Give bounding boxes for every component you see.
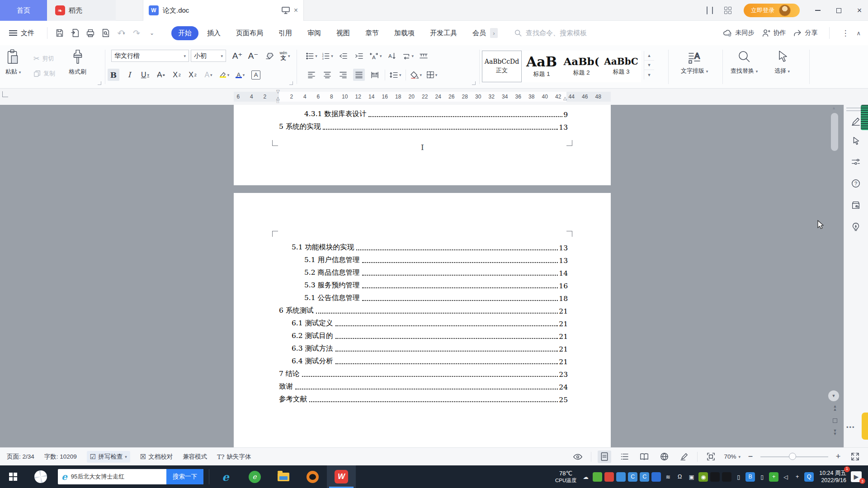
tab-docer[interactable]: ❧ 稻壳 bbox=[47, 0, 116, 21]
page-2[interactable]: 4.3.1 数据库表设计 9 5 系统的实现 13 I bbox=[234, 105, 611, 185]
taskbar-clock[interactable]: 1 10:24 周五 2022/9/16 bbox=[819, 469, 846, 484]
print-preview-button[interactable] bbox=[98, 25, 113, 41]
previous-page-button[interactable]: ▲▲ bbox=[831, 405, 839, 411]
character-shading-button[interactable]: A▾ bbox=[203, 69, 214, 81]
more-menu-icon[interactable]: ⋮ bbox=[841, 28, 849, 38]
font-name-select[interactable]: 华文行楷▾ bbox=[111, 50, 189, 62]
tray-icon[interactable]: C bbox=[628, 472, 637, 482]
compatibility-mode[interactable]: 兼容模式 bbox=[183, 453, 207, 461]
find-replace-button[interactable]: 查找替换 ▾ bbox=[731, 49, 758, 75]
cut-button[interactable]: ✂剪切 bbox=[33, 54, 54, 63]
eye-protect-icon[interactable] bbox=[571, 450, 585, 463]
left-indent-marker[interactable]: □ bbox=[277, 100, 279, 104]
taskbar-search-box[interactable]: e 95后北大女博士走红 搜索一下 bbox=[58, 469, 203, 484]
select-browse-object-button[interactable] bbox=[833, 418, 837, 423]
tray-icon[interactable] bbox=[651, 472, 661, 482]
ink-mode-icon[interactable] bbox=[677, 450, 691, 463]
clipboard-dialog-launcher[interactable] bbox=[98, 81, 101, 85]
paste-button[interactable]: 粘贴 ▾ bbox=[5, 49, 21, 76]
read-mode-icon[interactable] bbox=[637, 450, 651, 463]
tab-document[interactable]: W 论文.doc × bbox=[143, 0, 304, 21]
font-dialog-launcher[interactable] bbox=[289, 81, 293, 85]
tray-icon[interactable] bbox=[604, 472, 614, 482]
document-proofing[interactable]: ☒文档校对 bbox=[140, 453, 173, 461]
tab-home[interactable]: 首页 bbox=[0, 0, 47, 21]
login-button[interactable]: 立即登录 bbox=[744, 4, 800, 17]
promo-tab[interactable] bbox=[862, 413, 868, 440]
spell-check-toggle[interactable]: ☑拼写检查▾ bbox=[87, 451, 130, 463]
toc-entry[interactable]: 6.3 测试方法 21 bbox=[279, 342, 568, 355]
page-3[interactable]: 5.1 功能模块的实现 13 5.1 用户信息管理 13 5.2 商品信息管理 … bbox=[234, 193, 611, 447]
tray-icon[interactable]: ≋ bbox=[663, 472, 673, 482]
style-preset[interactable]: AaBbC 标题 3 bbox=[601, 51, 641, 82]
window-grid-icon[interactable] bbox=[724, 7, 731, 14]
bold-button[interactable]: B bbox=[108, 69, 119, 81]
toc-entry[interactable]: 7 结论 23 bbox=[279, 367, 568, 380]
tray-icon[interactable]: + bbox=[769, 472, 778, 482]
next-page-button[interactable]: ▼▼ bbox=[831, 429, 839, 436]
format-painter-button[interactable]: 格式刷 bbox=[69, 49, 86, 76]
scroll-up-icon[interactable]: ▲ bbox=[832, 106, 836, 110]
redo-button[interactable]: ↷ bbox=[129, 25, 144, 41]
first-line-indent-marker[interactable]: ▽ bbox=[276, 89, 280, 94]
ribbon-tab[interactable]: 开始 bbox=[171, 26, 198, 40]
export-button[interactable] bbox=[67, 25, 83, 41]
split-view-icon[interactable] bbox=[707, 7, 708, 14]
tray-icon[interactable]: + bbox=[793, 472, 802, 482]
document-minimap[interactable] bbox=[861, 105, 868, 130]
distribute-button[interactable] bbox=[369, 69, 381, 81]
maximize-button[interactable] bbox=[833, 5, 844, 15]
missing-font[interactable]: T?缺失字体 bbox=[217, 453, 251, 461]
toc-entry[interactable]: 6 系统测试 21 bbox=[279, 304, 568, 317]
taskbar-green-browser[interactable]: e bbox=[240, 465, 269, 488]
ribbon-tab[interactable]: 引用 bbox=[272, 26, 299, 40]
highlight-color-button[interactable]: ▾ bbox=[218, 69, 230, 81]
help-icon[interactable]: ? bbox=[850, 178, 861, 189]
file-menu[interactable]: 文件 bbox=[0, 29, 42, 38]
notification-center-icon[interactable]: ▶3 bbox=[851, 471, 862, 482]
command-search[interactable]: 查找命令、搜索模板 bbox=[514, 29, 587, 38]
horizontal-ruler[interactable]: 6422468101214161820222426283032343638404… bbox=[0, 89, 868, 105]
line-spacing-button[interactable]: ▾ bbox=[389, 69, 401, 81]
scrollbar-thumb[interactable] bbox=[831, 113, 838, 151]
clear-format-button[interactable] bbox=[263, 50, 275, 62]
justify-button[interactable] bbox=[353, 69, 365, 81]
font-color-button[interactable]: A▾ bbox=[234, 69, 246, 81]
collaborate-button[interactable]: 协作 bbox=[761, 28, 786, 38]
tray-icon[interactable] bbox=[616, 472, 626, 482]
share-button[interactable]: 分享 bbox=[793, 28, 817, 38]
toc-entry[interactable]: 5 系统的实现 13 bbox=[279, 120, 568, 133]
align-right-button[interactable] bbox=[337, 69, 349, 81]
page-indicator[interactable]: 页面: 2/34 bbox=[7, 453, 34, 461]
docer-resources-icon[interactable] bbox=[850, 200, 861, 211]
text-direction-button[interactable]: A bbox=[386, 50, 398, 62]
tray-icon[interactable]: ☁ bbox=[581, 472, 590, 482]
toc-entry[interactable]: 参考文献 25 bbox=[279, 393, 568, 405]
tab-ruler-button[interactable] bbox=[418, 50, 429, 62]
tray-icon[interactable]: C bbox=[640, 472, 649, 482]
tray-icon[interactable]: Q bbox=[804, 472, 814, 482]
align-center-button[interactable] bbox=[321, 69, 333, 81]
increase-font-button[interactable]: A⁺ bbox=[231, 50, 243, 62]
close-doc-tab-icon[interactable]: × bbox=[294, 7, 298, 14]
sidebar-more-icon[interactable]: ••• bbox=[846, 424, 855, 431]
cpu-temp-widget[interactable]: 78℃ CPU温度 bbox=[555, 470, 576, 484]
taskbar-cat-app[interactable] bbox=[298, 465, 327, 488]
fit-page-icon[interactable] bbox=[704, 450, 717, 463]
toc-entry[interactable]: 6.1 测试定义 21 bbox=[279, 317, 568, 329]
close-button[interactable]: × bbox=[854, 5, 865, 15]
document-canvas[interactable]: 4.3.1 数据库表设计 9 5 系统的实现 13 I 5.1 功能模块的实现 … bbox=[0, 105, 868, 447]
bullet-list-button[interactable]: ▾ bbox=[306, 50, 317, 62]
ribbon-tab[interactable]: 加载项 bbox=[387, 26, 421, 40]
undo-button[interactable]: ↶▾ bbox=[113, 25, 129, 41]
select-button[interactable]: 选择 ▾ bbox=[774, 49, 790, 75]
ribbon-tab[interactable]: 视图 bbox=[330, 26, 357, 40]
toc-entry[interactable]: 致谢 24 bbox=[279, 380, 568, 393]
paragraph-dialog-launcher[interactable] bbox=[472, 81, 476, 85]
tips-bulb-icon[interactable] bbox=[850, 221, 861, 232]
ribbon-tab[interactable]: 章节 bbox=[359, 26, 386, 40]
ribbon-tab[interactable]: 页面布局 bbox=[229, 26, 270, 40]
taskbar-pinwheel-app[interactable] bbox=[26, 465, 55, 488]
text-layout-button[interactable]: A 文字排版 ▾ bbox=[681, 49, 708, 75]
taskbar-wps[interactable]: W bbox=[327, 465, 356, 488]
